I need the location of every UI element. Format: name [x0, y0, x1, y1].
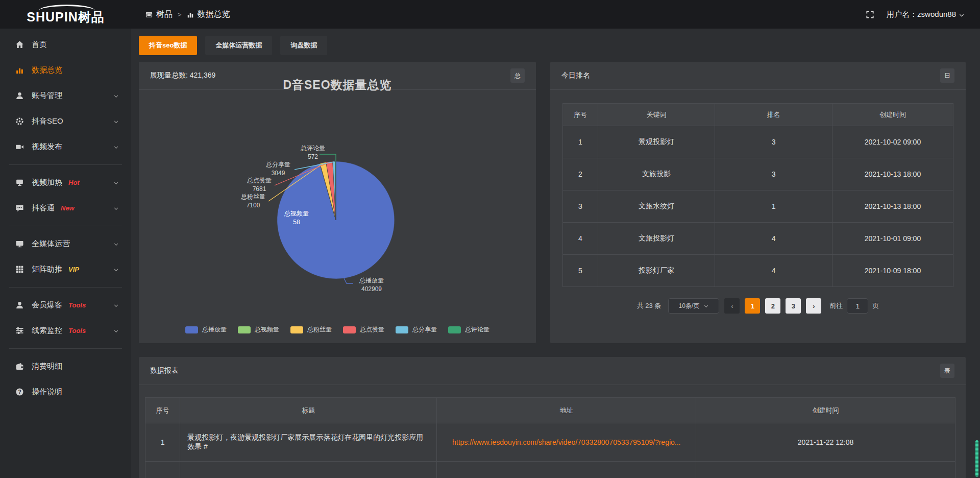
- pagination: 共 23 条10条/页‹123›前往页: [550, 298, 966, 314]
- sidebar-item-操作说明[interactable]: ?操作说明: [0, 379, 131, 404]
- breadcrumb-label: 树品: [156, 9, 173, 20]
- report-column-header: 标题: [180, 398, 437, 423]
- table-cell: 5: [563, 255, 598, 287]
- data-report-panel: 数据报表 表 序号标题地址创建时间1景观投影灯，夜游景观投影灯厂家展示展示落花灯…: [139, 357, 966, 478]
- pie-label-name: 总评论量: [301, 144, 325, 153]
- logo[interactable]: SHUPIN树品: [0, 4, 131, 26]
- breadcrumb: 树品>数据总览: [145, 9, 230, 20]
- table-cell: 3: [563, 190, 598, 223]
- sidebar-item-视频加热[interactable]: 视频加热Hot: [0, 170, 131, 195]
- legend-item-总点赞量[interactable]: 总点赞量: [343, 325, 384, 334]
- report-table-wrap: 序号标题地址创建时间1景观投影灯，夜游景观投影灯厂家展示展示落花灯在花园里的灯光…: [139, 385, 966, 478]
- top-header: SHUPIN树品 树品>数据总览 用户名：zswodun88: [0, 0, 980, 29]
- pie-chart: 总播放量402909总视频量58总粉丝量7100总点赞量7681总分享量3049…: [139, 90, 536, 343]
- pie-label-总分享量: 总分享量3049: [266, 160, 290, 178]
- ranking-table-wrap: 序号关键词排名创建时间1景观投影灯32021-10-02 09:002文旅投影3…: [550, 90, 966, 287]
- report-table-badge-button[interactable]: 表: [940, 364, 954, 378]
- sidebar-item-账号管理[interactable]: 账号管理: [0, 83, 131, 108]
- sidebar: 首页数据总览账号管理抖音SEO视频发布视频加热Hot抖客通New全媒体运营矩阵助…: [0, 29, 131, 478]
- table-row-partial: [145, 462, 955, 478]
- tab-全媒体运营数据[interactable]: 全媒体运营数据: [205, 36, 272, 55]
- table-row: 1景观投影灯32021-10-02 09:00: [563, 126, 953, 158]
- ranking-column-header: 序号: [563, 104, 598, 126]
- logo-arc-decoration: [39, 5, 95, 11]
- home-icon: [15, 40, 24, 50]
- sidebar-item-视频发布[interactable]: 视频发布: [0, 134, 131, 159]
- pagination-page-2[interactable]: 2: [765, 298, 780, 314]
- table-cell: 2021-10-13 18:00: [832, 158, 953, 190]
- legend-item-总粉丝量[interactable]: 总粉丝量: [290, 325, 332, 334]
- table-cell: 4: [715, 223, 832, 255]
- legend-item-总分享量[interactable]: 总分享量: [396, 325, 437, 334]
- tab-询盘数据[interactable]: 询盘数据: [280, 36, 327, 55]
- table-row: 4文旅投影灯42021-10-01 09:00: [563, 223, 953, 255]
- sidebar-item-首页[interactable]: 首页: [0, 32, 131, 57]
- legend-item-总视频量[interactable]: 总视频量: [238, 325, 279, 334]
- ranking-column-header: 排名: [715, 104, 832, 126]
- table-row: 5投影灯厂家42021-10-09 18:00: [563, 255, 953, 287]
- pagination-goto: 前往页: [829, 298, 879, 314]
- pie-label-总点赞量: 总点赞量7681: [247, 176, 272, 194]
- table-cell: 文旅投影灯: [598, 223, 715, 255]
- bar-chart-icon: [187, 10, 194, 19]
- sidebar-divider: [9, 164, 122, 165]
- pie-label-value: 58: [284, 218, 309, 227]
- sidebar-item-抖客通[interactable]: 抖客通New: [0, 195, 131, 221]
- billboard-icon: [15, 178, 24, 187]
- app-window-icon: [145, 10, 153, 19]
- table-cell: 3: [715, 158, 832, 190]
- breadcrumb-item[interactable]: 数据总览: [187, 9, 230, 20]
- legend-chip: [185, 326, 198, 333]
- video-link[interactable]: https://www.iesdouyin.com/share/video/70…: [452, 438, 681, 446]
- table-cell: 4: [715, 255, 832, 287]
- breadcrumb-separator: >: [178, 11, 182, 18]
- report-table: 序号标题地址创建时间1景观投影灯，夜游景观投影灯厂家展示展示落花灯在花园里的灯光…: [145, 397, 955, 478]
- pagination-next-button[interactable]: ›: [806, 298, 821, 314]
- goto-page-input[interactable]: [847, 298, 868, 314]
- chevron-down-icon: [113, 265, 119, 274]
- tab-抖音seo数据[interactable]: 抖音seo数据: [139, 36, 197, 55]
- monitor-icon: [15, 239, 24, 249]
- breadcrumb-item[interactable]: 树品: [145, 9, 173, 20]
- table-cell: 2021-10-09 18:00: [832, 255, 953, 287]
- fullscreen-icon[interactable]: [866, 10, 874, 19]
- page-scrollbar-thumb[interactable]: [975, 440, 978, 477]
- pagination-page-1[interactable]: 1: [745, 298, 760, 314]
- pie-label-总视频量: 总视频量58: [284, 209, 309, 227]
- report-column-header: 创建时间: [696, 398, 955, 423]
- page-size-select[interactable]: 10条/页: [668, 298, 719, 314]
- legend-label: 总评论量: [465, 325, 489, 334]
- pagination-page-3[interactable]: 3: [786, 298, 801, 314]
- legend-chip: [290, 326, 303, 333]
- sidebar-item-label: 矩阵助推: [32, 265, 62, 274]
- sidebar-item-全媒体运营[interactable]: 全媒体运营: [0, 231, 131, 256]
- sidebar-item-数据总览[interactable]: 数据总览: [0, 57, 131, 83]
- pie-label-总评论量: 总评论量572: [301, 144, 325, 161]
- legend-item-总评论量[interactable]: 总评论量: [448, 325, 489, 334]
- person-icon: [15, 300, 24, 310]
- pie-label-name: 总播放量: [359, 276, 384, 285]
- sidebar-item-矩阵助推[interactable]: 矩阵助推VIP: [0, 256, 131, 282]
- sidebar-item-抖音SEO[interactable]: 抖音SEO: [0, 108, 131, 134]
- chevron-down-icon: [113, 142, 119, 151]
- table-row: 3文旅水纹灯12021-10-13 18:00: [563, 190, 953, 223]
- report-table-header-row: 序号标题地址创建时间: [145, 398, 955, 423]
- sidebar-item-会员爆客[interactable]: 会员爆客Tools: [0, 292, 131, 318]
- chevron-down-icon: [703, 302, 709, 309]
- video-camera-icon: [15, 142, 24, 152]
- ranking-column-header: 创建时间: [832, 104, 953, 126]
- sidebar-item-label: 操作说明: [32, 387, 62, 397]
- page-size-value: 10条/页: [679, 302, 700, 310]
- legend-chip: [396, 326, 408, 333]
- legend-label: 总分享量: [412, 325, 437, 334]
- table-cell-empty: [180, 462, 437, 478]
- pagination-prev-button[interactable]: ‹: [724, 298, 740, 314]
- ranking-day-badge-button[interactable]: 日: [940, 68, 954, 83]
- user-menu[interactable]: 用户名：zswodun88: [887, 10, 965, 19]
- report-column-header: 序号: [145, 398, 180, 423]
- table-row: 2文旅投影32021-10-13 18:00: [563, 158, 953, 190]
- legend-item-总播放量[interactable]: 总播放量: [185, 325, 227, 334]
- sidebar-item-消费明细[interactable]: 消费明细: [0, 353, 131, 379]
- sidebar-item-线索监控[interactable]: 线索监控Tools: [0, 318, 131, 343]
- sidebar-item-label: 抖音SEO: [32, 116, 63, 126]
